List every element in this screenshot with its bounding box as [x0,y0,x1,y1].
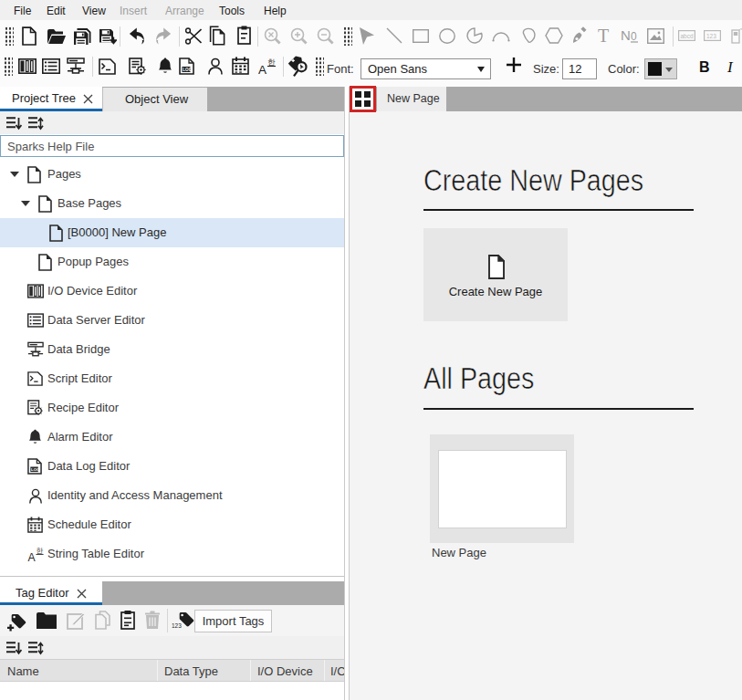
svg-text:N: N [621,27,631,43]
svg-text:0: 0 [631,30,637,43]
svg-text:123: 123 [172,622,182,629]
svg-text:123: 123 [706,33,716,39]
svg-text:한: 한 [267,57,276,67]
svg-text:abcd: abcd [681,33,694,39]
svg-text:A: A [258,63,266,76]
svg-text:한: 한 [36,547,43,555]
svg-text:LOG: LOG [31,467,40,472]
svg-text:A: A [27,551,36,563]
svg-text:LOG: LOG [183,68,192,72]
